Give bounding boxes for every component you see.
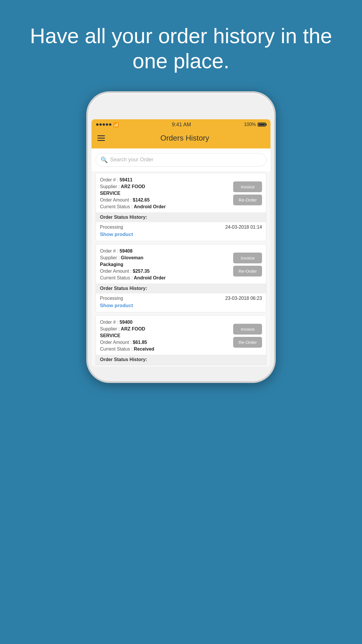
- order-num-label-2: Order # :: [100, 249, 118, 254]
- status-history-label-2: Order Status History:: [96, 284, 266, 293]
- hamburger-line-2: [97, 138, 105, 139]
- dot-2: [99, 123, 102, 126]
- amount-label: Order Amount :: [100, 197, 132, 203]
- status-left: 📶: [96, 122, 119, 127]
- app-title: Orders History: [105, 134, 265, 143]
- status-right: 100%: [244, 122, 266, 127]
- supplier-label-3: Supplier :: [100, 326, 120, 332]
- supplier-row-1: Supplier : ARZ FOOD: [100, 184, 230, 189]
- hamburger-line-1: [97, 135, 105, 136]
- hero-text: Have all your order history in the one p…: [0, 23, 362, 74]
- status-history-label-3: Order Status History:: [96, 355, 266, 365]
- status-bar: 📶 9:41 AM 100%: [92, 119, 270, 130]
- supplier-label-2: Supplier :: [100, 255, 120, 260]
- status-row-3: Current Status : Received: [100, 346, 230, 352]
- dot-5: [109, 123, 111, 126]
- order-info-2: Order # : 59408 Supplier : Gloveman Pack…: [100, 249, 230, 281]
- hamburger-menu[interactable]: [97, 135, 105, 141]
- order-card-3: Order # : 59400 Supplier : ARZ FOOD SERV…: [96, 315, 266, 365]
- dot-1: [96, 123, 99, 126]
- status-time: 9:41 AM: [172, 122, 191, 128]
- signal-dots: [96, 123, 111, 126]
- status-value-2: Android Order: [134, 275, 166, 281]
- order-main-1: Order # : 59411 Supplier : ARZ FOOD SERV…: [96, 173, 266, 212]
- order-num-value-1: 59411: [120, 177, 133, 183]
- service-type-1: SERVICE: [100, 191, 230, 196]
- search-input[interactable]: Search your Order: [110, 157, 153, 163]
- supplier-value-3: ARZ FOOD: [121, 326, 145, 332]
- processing-date-1: 24-03-2018 01:14: [225, 225, 262, 230]
- order-num-value-2: 59408: [120, 249, 133, 254]
- service-type-3: SERVICE: [100, 333, 230, 338]
- order-buttons-1: Invoice Re-Order: [233, 177, 262, 209]
- order-card-2: Order # : 59408 Supplier : Gloveman Pack…: [96, 244, 266, 312]
- amount-label-2: Order Amount :: [100, 269, 132, 274]
- amount-value-2: $257.35: [133, 269, 150, 274]
- order-number-row-3: Order # : 59400: [100, 320, 230, 325]
- orders-list: Order # : 59411 Supplier : ARZ FOOD SERV…: [92, 171, 270, 367]
- supplier-row-3: Supplier : ARZ FOOD: [100, 326, 230, 332]
- search-box[interactable]: 🔍 Search your Order: [96, 153, 266, 167]
- amount-row-3: Order Amount : $61.85: [100, 340, 230, 345]
- order-main-3: Order # : 59400 Supplier : ARZ FOOD SERV…: [96, 316, 266, 355]
- dot-3: [103, 123, 105, 126]
- supplier-value-1: ARZ FOOD: [121, 184, 145, 189]
- reorder-button-3[interactable]: Re-Order: [233, 337, 262, 348]
- amount-label-3: Order Amount :: [100, 340, 132, 345]
- order-number-row-1: Order # : 59411: [100, 177, 230, 183]
- order-num-label: Order # :: [100, 177, 118, 183]
- reorder-button-2[interactable]: Re-Order: [233, 266, 262, 276]
- supplier-row-2: Supplier : Gloveman: [100, 255, 230, 260]
- processing-date-2: 23-03-2018 06:23: [225, 296, 262, 301]
- processing-row-1: Processing 24-03-2018 01:14: [96, 222, 266, 230]
- battery-percent: 100%: [244, 122, 256, 127]
- reorder-button-1[interactable]: Re-Order: [233, 195, 262, 205]
- order-buttons-2: Invoice Re-Order: [233, 249, 262, 281]
- amount-row-2: Order Amount : $257.35: [100, 269, 230, 274]
- invoice-button-3[interactable]: Invoice: [233, 324, 262, 335]
- order-main-2: Order # : 59408 Supplier : Gloveman Pack…: [96, 244, 266, 284]
- status-label: Current Status :: [100, 204, 133, 209]
- show-product-link-2[interactable]: Show product: [96, 302, 266, 312]
- dot-4: [106, 123, 108, 126]
- order-num-value-3: 59400: [120, 320, 133, 325]
- status-history-label-1: Order Status History:: [96, 212, 266, 222]
- invoice-button-1[interactable]: Invoice: [233, 181, 262, 192]
- amount-row-1: Order Amount : $142.65: [100, 197, 230, 203]
- search-container: 🔍 Search your Order: [92, 148, 270, 171]
- order-number-row-2: Order # : 59408: [100, 249, 230, 254]
- supplier-label: Supplier :: [100, 184, 120, 189]
- search-icon: 🔍: [101, 156, 108, 163]
- battery-fill: [259, 123, 265, 126]
- order-info-3: Order # : 59400 Supplier : ARZ FOOD SERV…: [100, 320, 230, 352]
- status-row-2: Current Status : Android Order: [100, 275, 230, 281]
- order-buttons-3: Invoice Re-Order: [233, 320, 262, 352]
- service-type-2: Packaging: [100, 262, 230, 267]
- order-info-1: Order # : 59411 Supplier : ARZ FOOD SERV…: [100, 177, 230, 209]
- order-num-label-3: Order # :: [100, 320, 118, 325]
- phone-wrapper: 📶 9:41 AM 100% Orders History: [86, 91, 276, 383]
- status-value-3: Received: [134, 346, 154, 352]
- status-row-1: Current Status : Android Order: [100, 204, 230, 209]
- invoice-button-2[interactable]: Invoice: [233, 253, 262, 263]
- processing-row-2: Processing 23-03-2018 06:23: [96, 293, 266, 302]
- amount-value-1: $142.65: [133, 197, 150, 203]
- processing-label-1: Processing: [100, 225, 123, 230]
- wifi-icon: 📶: [113, 122, 119, 127]
- battery-icon: [258, 123, 266, 127]
- supplier-value-2: Gloveman: [121, 255, 143, 260]
- phone-shell: 📶 9:41 AM 100% Orders History: [86, 91, 276, 383]
- status-label-2: Current Status :: [100, 275, 133, 281]
- phone-screen: 📶 9:41 AM 100% Orders History: [92, 119, 270, 367]
- status-label-3: Current Status :: [100, 346, 133, 352]
- app-header: Orders History: [92, 130, 270, 148]
- amount-value-3: $61.85: [133, 340, 147, 345]
- processing-label-2: Processing: [100, 296, 123, 301]
- hamburger-line-3: [97, 140, 105, 141]
- status-value-1: Android Order: [134, 204, 166, 209]
- show-product-link-1[interactable]: Show product: [96, 230, 266, 241]
- order-card-1: Order # : 59411 Supplier : ARZ FOOD SERV…: [96, 173, 266, 241]
